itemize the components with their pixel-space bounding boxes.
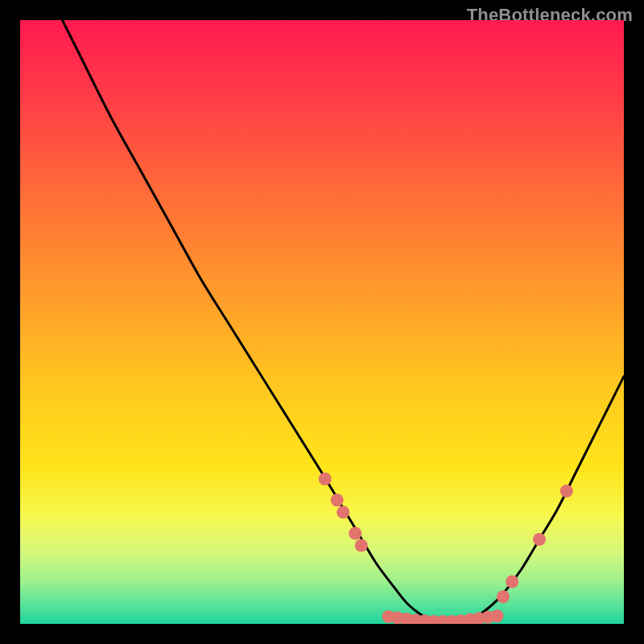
data-marker [491, 609, 504, 622]
data-marker [349, 527, 361, 540]
data-marker [533, 533, 546, 546]
data-marker [506, 576, 518, 588]
data-marker [560, 485, 573, 497]
chart-frame: TheBottleneck.com [0, 0, 644, 644]
data-marker [355, 539, 368, 552]
data-marker [331, 493, 344, 506]
gradient-background [20, 20, 624, 624]
plot-area [20, 20, 624, 624]
data-marker [319, 473, 332, 485]
data-marker [336, 506, 349, 518]
data-marker [497, 590, 510, 603]
chart-svg [20, 20, 624, 624]
